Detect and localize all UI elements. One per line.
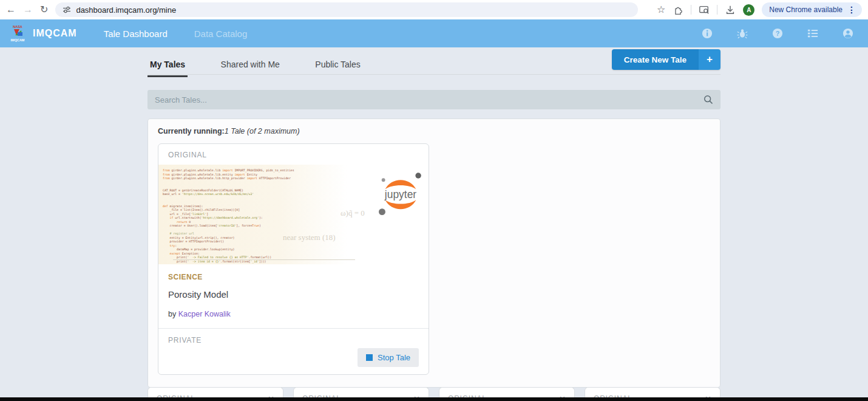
info-icon[interactable] [702, 28, 713, 39]
bug-report-icon[interactable] [737, 28, 748, 39]
tab-public-tales[interactable]: Public Tales [313, 53, 362, 77]
browser-toolbar: ← → ↻ dashboard.imqcam.org/mine ☆ A N [0, 0, 868, 19]
back-icon[interactable]: ← [6, 5, 16, 15]
browser-menu-icon[interactable]: ⋮ [847, 5, 856, 15]
imqcam-logo[interactable]: NASA IMQCAM [8, 24, 27, 43]
chrome-update-label: New Chrome available [769, 5, 843, 14]
chrome-update-chip[interactable]: New Chrome available ⋮ [762, 2, 862, 17]
jupyter-logo: jupyter [376, 167, 425, 223]
help-icon[interactable]: ? [772, 28, 783, 39]
tale-card-body: SCIENCE Porosity Model by Kacper Kowalik [158, 264, 429, 328]
running-label-detail: 1 Tale (of 2 maximum) [225, 127, 300, 135]
tale-preview-image: from girder.plugins.wholetale.lib import… [158, 165, 429, 264]
math-watermark: ω)q̃ = 0 [341, 208, 365, 218]
reading-mode-icon[interactable] [699, 4, 710, 15]
address-bar[interactable]: dashboard.imqcam.org/mine [55, 2, 638, 17]
bookmark-star-icon[interactable]: ☆ [657, 5, 665, 15]
tale-version-label: ORIGINAL [158, 144, 429, 165]
forward-icon[interactable]: → [23, 5, 33, 15]
byline-prefix: by [168, 310, 178, 318]
search-input[interactable] [155, 95, 704, 105]
svg-text:?: ? [776, 30, 780, 37]
currently-running-panel: Currently running:1 Tale (of 2 maximum) … [147, 118, 721, 388]
create-new-tale-button[interactable]: Create New Tale + [612, 49, 721, 70]
plus-icon: + [699, 49, 721, 70]
svg-text:NASA: NASA [13, 25, 22, 29]
tale-card: ORIGINAL from girder.plugins.wholetale.l… [158, 143, 429, 375]
running-label-bold: Currently running: [158, 127, 225, 135]
main-content: My Tales Shared with Me Public Tales Cre… [147, 47, 721, 388]
reload-icon[interactable]: ↻ [40, 5, 48, 15]
search-icon [704, 95, 713, 105]
tale-card-footer: PRIVATE Stop Tale [158, 328, 429, 374]
user-account-icon[interactable] [843, 28, 853, 39]
tale-title: Porosity Model [168, 289, 419, 300]
tale-byline: by Kacper Kowalik [168, 310, 419, 318]
extensions-icon[interactable] [673, 4, 683, 15]
search-bar [147, 90, 721, 109]
divider [173, 259, 355, 260]
nav-tale-dashboard[interactable]: Tale Dashboard [104, 29, 168, 39]
task-list-icon[interactable] [807, 28, 818, 39]
url-text: dashboard.imqcam.org/mine [76, 5, 176, 15]
screen-edge-bar [0, 397, 868, 401]
svg-text:IMQCAM: IMQCAM [11, 38, 25, 42]
app-header: NASA IMQCAM IMQCAM Tale Dashboard Data C… [0, 19, 868, 47]
profile-avatar[interactable]: A [743, 4, 754, 16]
tale-tabs: My Tales Shared with Me Public Tales Cre… [147, 47, 721, 75]
tale-category: SCIENCE [168, 273, 419, 281]
create-new-tale-label: Create New Tale [612, 49, 699, 70]
stop-tale-button[interactable]: Stop Tale [358, 348, 419, 367]
divider [691, 5, 691, 15]
site-settings-icon[interactable] [63, 5, 71, 14]
divider [717, 5, 717, 15]
header-icon-group: ? [702, 28, 860, 39]
jupyter-wordmark: jupyter [384, 188, 417, 200]
nav-data-catalog[interactable]: Data Catalog [194, 29, 248, 39]
brand-title[interactable]: IMQCAM [33, 28, 77, 39]
math-watermark: near system (18) [283, 233, 336, 242]
stop-tale-label: Stop Tale [378, 353, 410, 362]
browser-actions: ☆ A New Chrome available ⋮ [657, 2, 862, 17]
author-link[interactable]: Kacper Kowalik [178, 310, 231, 318]
tab-my-tales[interactable]: My Tales [147, 53, 188, 77]
currently-running-label: Currently running:1 Tale (of 2 maximum) [158, 127, 710, 135]
visibility-label: PRIVATE [168, 336, 419, 344]
stop-icon [366, 354, 373, 361]
download-icon[interactable] [725, 4, 736, 15]
tab-shared-with-me[interactable]: Shared with Me [219, 53, 282, 77]
